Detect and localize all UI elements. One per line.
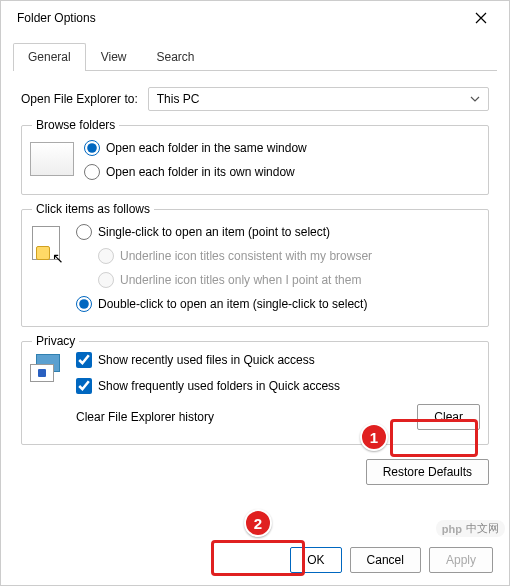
folder-options-window: Folder Options General View Search Open …	[0, 0, 510, 586]
tab-content: Open File Explorer to: This PC Browse fo…	[13, 71, 497, 493]
browse-folders-legend: Browse folders	[32, 118, 119, 132]
open-explorer-select[interactable]: This PC	[148, 87, 489, 111]
click-item-icon: ↖	[30, 226, 66, 266]
titlebar: Folder Options	[1, 1, 509, 35]
check-recent-files[interactable]: Show recently used files in Quick access	[76, 352, 480, 368]
privacy-group: Privacy Show recently used files in Quic…	[21, 341, 489, 445]
clear-button[interactable]: Clear	[417, 404, 480, 430]
close-icon	[475, 12, 487, 24]
radio-underline-browser: Underline icon titles consistent with my…	[98, 248, 372, 264]
radio-own-window[interactable]: Open each folder in its own window	[84, 164, 307, 180]
radio-double-click[interactable]: Double-click to open an item (single-cli…	[76, 296, 372, 312]
window-title: Folder Options	[17, 11, 96, 25]
browse-folders-group: Browse folders Open each folder in the s…	[21, 125, 489, 195]
tab-general[interactable]: General	[13, 43, 86, 71]
ok-button[interactable]: OK	[290, 547, 341, 573]
click-items-group: Click items as follows ↖ Single-click to…	[21, 209, 489, 327]
tab-search[interactable]: Search	[142, 43, 210, 70]
dialog-button-row: OK Cancel Apply	[1, 547, 509, 573]
check-frequent-folders[interactable]: Show frequently used folders in Quick ac…	[76, 378, 480, 394]
tab-bar: General View Search	[13, 43, 497, 71]
restore-defaults-button[interactable]: Restore Defaults	[366, 459, 489, 485]
apply-button: Apply	[429, 547, 493, 573]
cancel-button[interactable]: Cancel	[350, 547, 421, 573]
radio-same-window[interactable]: Open each folder in the same window	[84, 140, 307, 156]
open-explorer-value: This PC	[157, 92, 200, 106]
chevron-down-icon	[470, 96, 480, 102]
watermark: php 中文网	[436, 520, 505, 537]
privacy-legend: Privacy	[32, 334, 79, 348]
tab-view[interactable]: View	[86, 43, 142, 70]
clear-history-label: Clear File Explorer history	[76, 410, 214, 424]
annotation-badge-2: 2	[244, 509, 272, 537]
click-items-legend: Click items as follows	[32, 202, 154, 216]
radio-single-click[interactable]: Single-click to open an item (point to s…	[76, 224, 372, 240]
open-explorer-label: Open File Explorer to:	[21, 92, 138, 106]
radio-underline-point: Underline icon titles only when I point …	[98, 272, 372, 288]
privacy-icon	[30, 354, 66, 390]
close-button[interactable]	[461, 3, 501, 33]
folder-window-icon	[30, 142, 74, 176]
